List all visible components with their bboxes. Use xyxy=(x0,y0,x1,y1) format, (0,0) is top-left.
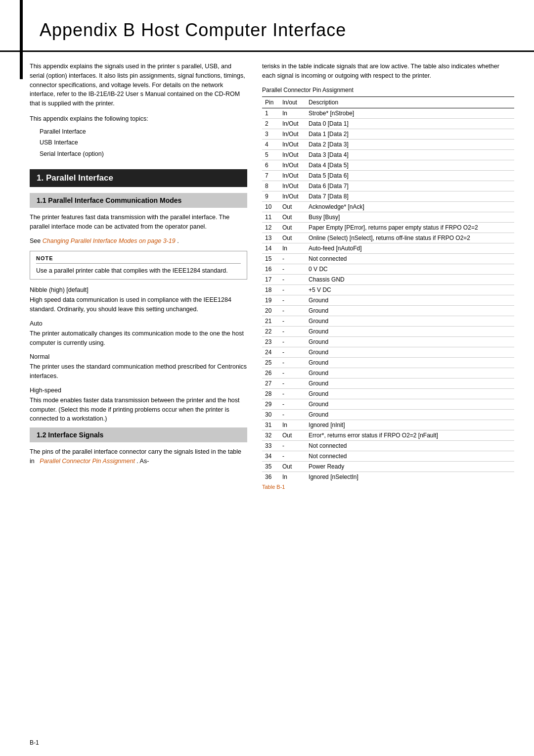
mode-nibble: Nibble (high) [default] High speed data … xyxy=(30,286,247,314)
pin-assignment-table: Pin In/out Description 1InStrobe* [nStro… xyxy=(262,96,514,482)
table-row: 24-Ground xyxy=(262,347,514,357)
changing-modes-link[interactable]: Changing Parallel Interface Modes on pag… xyxy=(43,237,177,244)
cell-inout: In xyxy=(279,243,306,253)
table-row: 20-Ground xyxy=(262,305,514,316)
cell-pin: 17 xyxy=(262,274,279,284)
parallel-connector-link[interactable]: Parallel Connector Pin Assignment xyxy=(38,458,137,465)
cell-pin: 21 xyxy=(262,316,279,326)
cell-description: Data 3 [Data 4] xyxy=(306,149,514,160)
cell-inout: Out xyxy=(279,233,306,243)
mode-normal-name: Normal xyxy=(30,353,247,360)
cell-inout: - xyxy=(279,253,306,264)
cell-description: Online (Select) [nSelect], returns off-l… xyxy=(306,233,514,243)
cell-description: Data 7 [Data 8] xyxy=(306,191,514,201)
cell-inout: - xyxy=(279,399,306,409)
cell-pin: 7 xyxy=(262,170,279,181)
table-row: 2In/OutData 0 [Data 1] xyxy=(262,118,514,129)
cell-inout: - xyxy=(279,295,306,305)
page-header: Appendix B Host Computer Interface xyxy=(0,0,534,52)
mode-auto-desc: The printer automatically changes its co… xyxy=(30,329,247,348)
table-row: 6In/OutData 4 [Data 5] xyxy=(262,160,514,170)
table-row: 29-Ground xyxy=(262,399,514,409)
table-row: 11OutBusy [Busy] xyxy=(262,212,514,222)
cell-inout: In xyxy=(279,472,306,482)
cell-description: Ground xyxy=(306,336,514,347)
cell-pin: 28 xyxy=(262,388,279,399)
right-column: terisks in the table indicate signals th… xyxy=(262,62,514,490)
table-body: 1InStrobe* [nStrobe]2In/OutData 0 [Data … xyxy=(262,108,514,482)
cell-description: Busy [Busy] xyxy=(306,212,514,222)
cell-pin: 18 xyxy=(262,284,279,295)
cell-description: Not connected xyxy=(306,253,514,264)
table-row: 22-Ground xyxy=(262,326,514,336)
cell-inout: In/Out xyxy=(279,160,306,170)
cell-inout: - xyxy=(279,284,306,295)
cell-pin: 24 xyxy=(262,347,279,357)
list-item: Serial Interface (option) xyxy=(40,148,247,160)
table-row: 15-Not connected xyxy=(262,253,514,264)
cell-pin: 10 xyxy=(262,201,279,212)
cell-inout: - xyxy=(279,378,306,388)
cell-description: Data 0 [Data 1] xyxy=(306,118,514,129)
cell-inout: - xyxy=(279,440,306,451)
cell-inout: - xyxy=(279,305,306,316)
cell-pin: 16 xyxy=(262,264,279,274)
cell-pin: 26 xyxy=(262,368,279,378)
cell-inout: - xyxy=(279,326,306,336)
section-1-1-text: The printer features fast data transmiss… xyxy=(30,213,247,232)
cell-pin: 32 xyxy=(262,430,279,440)
table-header: Pin In/out Description xyxy=(262,96,514,108)
note-label: NOTE xyxy=(36,255,241,264)
table-row: 7In/OutData 5 [Data 6] xyxy=(262,170,514,181)
table-row: 33-Not connected xyxy=(262,440,514,451)
page-title: Appendix B Host Computer Interface xyxy=(30,20,504,41)
section-1-1-link-line: See Changing Parallel Interface Modes on… xyxy=(30,236,247,246)
table-row: 31InIgnored [nInit] xyxy=(262,420,514,430)
cell-description: Data 2 [Data 3] xyxy=(306,139,514,149)
cell-inout: - xyxy=(279,357,306,368)
table-row: 34-Not connected xyxy=(262,451,514,461)
table-row: 8In/OutData 6 [Data 7] xyxy=(262,181,514,191)
cell-inout: - xyxy=(279,388,306,399)
mode-normal: Normal The printer uses the standard com… xyxy=(30,353,247,381)
cell-inout: Out xyxy=(279,212,306,222)
cell-description: Error*, returns error status if FRPO O2=… xyxy=(306,430,514,440)
table-row: 13OutOnline (Select) [nSelect], returns … xyxy=(262,233,514,243)
cell-inout: In/Out xyxy=(279,181,306,191)
cell-description: Ground xyxy=(306,347,514,357)
cell-description: Ground xyxy=(306,378,514,388)
cell-description: Ground xyxy=(306,368,514,378)
cell-pin: 35 xyxy=(262,461,279,472)
cell-pin: 30 xyxy=(262,409,279,420)
mode-highspeed: High-speed This mode enables faster data… xyxy=(30,387,247,424)
section-1-header: 1. Parallel Interface xyxy=(30,169,247,187)
cell-description: +5 V DC xyxy=(306,284,514,295)
table-caption: Parallel Connector Pin Assignment xyxy=(262,87,514,94)
table-row: 19-Ground xyxy=(262,295,514,305)
cell-description: Not connected xyxy=(306,451,514,461)
section-1-1-header: 1.1 Parallel Interface Communication Mod… xyxy=(30,193,247,208)
table-row: 9In/OutData 7 [Data 8] xyxy=(262,191,514,201)
mode-highspeed-name: High-speed xyxy=(30,387,247,394)
cell-pin: 13 xyxy=(262,233,279,243)
cell-description: Acknowledge* [nAck] xyxy=(306,201,514,212)
cell-inout: - xyxy=(279,451,306,461)
cell-pin: 25 xyxy=(262,357,279,368)
cell-pin: 4 xyxy=(262,139,279,149)
table-row: 14InAuto-feed [nAutoFd] xyxy=(262,243,514,253)
cell-pin: 33 xyxy=(262,440,279,451)
cell-pin: 11 xyxy=(262,212,279,222)
cell-description: Ground xyxy=(306,399,514,409)
cell-pin: 15 xyxy=(262,253,279,264)
cell-description: Ground xyxy=(306,295,514,305)
mode-normal-desc: The printer uses the standard communicat… xyxy=(30,362,247,381)
mode-highspeed-desc: This mode enables faster data transmissi… xyxy=(30,396,247,424)
cell-pin: 3 xyxy=(262,129,279,139)
cell-pin: 5 xyxy=(262,149,279,160)
cell-inout: Out xyxy=(279,461,306,472)
page: Appendix B Host Computer Interface This … xyxy=(0,0,534,756)
cell-description: Data 4 [Data 5] xyxy=(306,160,514,170)
note-text: Use a parallel printer cable that compli… xyxy=(36,266,241,276)
cell-description: Data 5 [Data 6] xyxy=(306,170,514,181)
cell-pin: 14 xyxy=(262,243,279,253)
